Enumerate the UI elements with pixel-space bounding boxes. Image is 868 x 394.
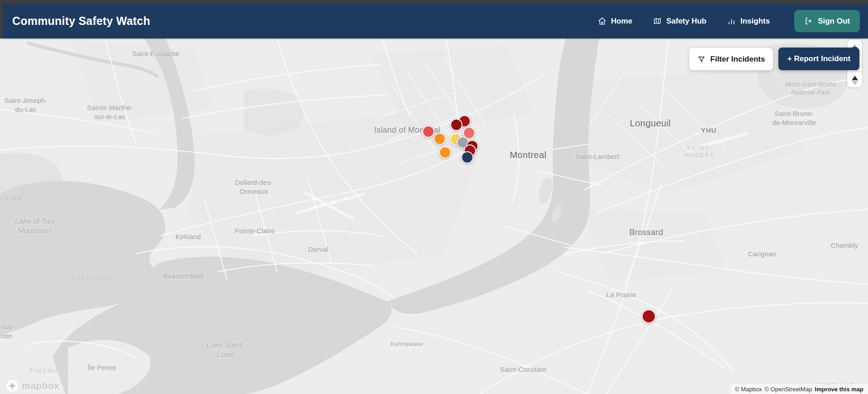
map-label: Mont-Saint-BrunoNational Park [785, 80, 836, 96]
incident-marker[interactable] [439, 146, 451, 159]
map-label: Montreal [510, 149, 546, 161]
map-label: McGill University [69, 274, 112, 282]
top-strip [0, 0, 868, 4]
sign-out-label: Sign Out [818, 17, 850, 26]
map-label: Kahnawake [391, 340, 423, 348]
incident-marker[interactable] [434, 133, 446, 145]
map-label: Lake Saint-Louis [206, 341, 244, 360]
report-incident-button[interactable]: + Report Incident [778, 48, 859, 70]
incident-marker[interactable] [642, 309, 656, 323]
insights-icon [727, 17, 736, 25]
main-nav: HomeSafety HubInsights Sign Out [598, 10, 860, 32]
incident-marker[interactable] [422, 125, 434, 138]
map-label: Saint-Joseph-du-Lac [4, 96, 47, 114]
triangle-up-icon [852, 76, 858, 80]
map-label: Carignan [748, 250, 776, 259]
nav-item-label: Safety Hub [666, 17, 706, 26]
app-header: Community Safety Watch HomeSafety HubIns… [0, 4, 868, 38]
map-label: Kirkland [176, 232, 201, 241]
filter-incidents-button[interactable]: Filter Incidents [689, 48, 773, 70]
nav-item-home[interactable]: Home [598, 17, 632, 26]
map-container[interactable]: Saint-EustacheSaint-Joseph-du-LacSainte-… [0, 0, 868, 394]
mapbox-logo-icon [5, 379, 19, 393]
map-label: Saint-Lambert [576, 152, 620, 161]
nav-item-insights[interactable]: Insights [727, 17, 770, 26]
map-label: Lake of TwoMountains [15, 217, 55, 236]
map-label: Saint-Eustache [132, 49, 180, 58]
map-label: Saint-Bruno-de-Montarville [772, 109, 816, 127]
map-label: Sainte-Marthe-sur-le-Lac [87, 103, 133, 121]
map-label: SAINT-HUBERT [684, 145, 715, 159]
map-label: Longueuil [630, 117, 671, 129]
map-icon [653, 17, 662, 25]
map-label: La Prairie [606, 290, 636, 299]
triangle-down-icon [852, 81, 858, 85]
map-label: Beaconsfield [163, 272, 203, 281]
map-label: Chambly [831, 241, 858, 250]
map-label: Île Perrot [88, 363, 116, 372]
filter-icon [697, 55, 706, 63]
osm-attribution-link[interactable]: © OpenStreetMap [764, 386, 812, 393]
map-label: Pointe-Claire [234, 226, 275, 235]
incident-marker[interactable] [461, 151, 473, 163]
screen: Saint-EustacheSaint-Joseph-du-LacSainte-… [0, 0, 868, 394]
map-label: Dorval [308, 245, 329, 254]
left-edge-strip [0, 0, 3, 38]
improve-map-link[interactable]: Improve this map [815, 386, 863, 393]
mapbox-logo[interactable]: mapbox [5, 379, 60, 393]
map-label: Brossard [630, 227, 663, 238]
mapbox-wordmark: mapbox [22, 380, 60, 391]
nav-item-label: Home [611, 17, 632, 26]
map-label: YHU [701, 126, 717, 135]
map-label: reuil-rion [0, 322, 14, 340]
map-label: Dollard-des-Ormeaux [235, 178, 273, 196]
incident-marker[interactable] [450, 119, 463, 131]
mapbox-attribution-link[interactable]: © Mapbox [735, 386, 762, 393]
map-label: PINCOURT [29, 368, 68, 375]
home-icon [598, 17, 606, 25]
app-title: Community Safety Watch [12, 14, 150, 28]
sign-out-button[interactable]: Sign Out [794, 10, 860, 32]
map-label: al d'Oka [0, 194, 21, 202]
map-label: Saint-Constant [500, 365, 546, 374]
nav-item-label: Insights [740, 17, 770, 26]
nav-item-safety-hub[interactable]: Safety Hub [653, 17, 706, 26]
pitch-toggle-button[interactable] [847, 72, 862, 87]
filter-incidents-label: Filter Incidents [711, 55, 765, 64]
sign-out-icon [804, 17, 813, 25]
map-attribution: © Mapbox © OpenStreetMap Improve this ma… [730, 384, 868, 394]
